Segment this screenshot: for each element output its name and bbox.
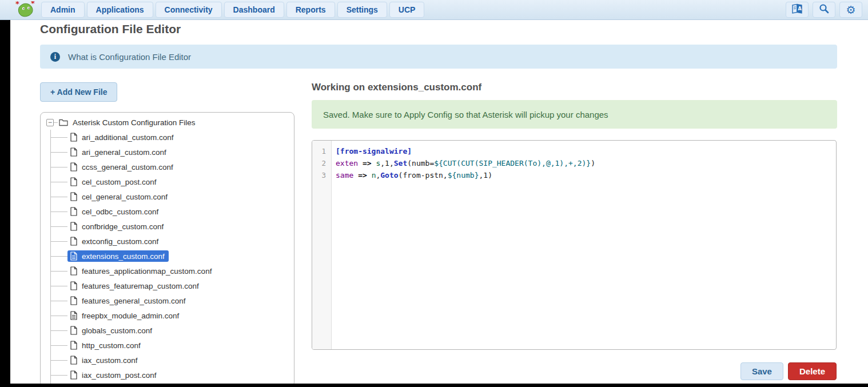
search-button[interactable] [813,2,835,18]
tree-items: ari_additional_custom.confari_general_cu… [41,130,294,387]
file-name: iax_custom_post.conf [82,371,157,380]
file-name: iax_custom.conf [82,356,138,365]
file-icon [70,252,82,261]
svg-text:*: * [15,1,19,8]
page-title: Configuration File Editor [40,22,181,36]
top-navbar: * * AdminApplicationsConnectivityDashboa… [0,0,868,20]
file-name: features_general_custom.conf [82,297,186,305]
working-on-heading: Working on extensions_custom.conf [312,82,481,93]
code-line: [from-signalwire] [336,145,836,157]
tree-file-features_featuremap_custom.conf[interactable]: features_featuremap_custom.conf [41,278,294,293]
navbar-right-buttons: A ⚙ [786,2,862,18]
collapse-toggle-icon[interactable]: − [46,119,54,126]
file-name: http_custom.conf [82,341,141,350]
tree-file-ari_general_custom.conf[interactable]: ari_general_custom.conf [41,145,294,159]
tree-file-cel_general_custom.conf[interactable]: cel_general_custom.conf [41,189,294,204]
file-name: globals_custom.conf [82,326,152,335]
file-icon [70,370,82,380]
file-name: cel_general_custom.conf [82,193,168,201]
file-icon [70,237,82,246]
file-name: cel_odbc_custom.conf [82,208,158,216]
line-number-gutter: 123 [312,141,332,349]
tree-file-ccss_general_custom.conf[interactable]: ccss_general_custom.conf [41,159,294,174]
file-icon [70,222,82,231]
saved-alert: Saved. Make sure to Apply Config so that… [312,100,837,129]
tree-file-cel_odbc_custom.conf[interactable]: cel_odbc_custom.conf [41,204,294,219]
file-icon [70,133,82,142]
line-number: 2 [312,157,331,169]
info-banner-label: What is Configuration File Editor [68,52,191,62]
tree-file-extensions_custom.conf[interactable]: extensions_custom.conf [41,249,294,264]
tree-file-confbridge_custom.conf[interactable]: confbridge_custom.conf [41,219,294,234]
tree-root-node[interactable]: − Asterisk Custom Configuration Files [41,115,294,130]
line-number: 1 [312,145,331,157]
nav-tab-connectivity[interactable]: Connectivity [156,2,222,18]
tree-file-iax_custom_post.conf[interactable]: iax_custom_post.conf [41,368,294,382]
add-new-file-button[interactable]: + Add New File [40,82,117,102]
language-button[interactable]: A [786,2,809,18]
line-number: 3 [312,169,331,181]
file-icon [70,207,82,216]
nav-tab-settings[interactable]: Settings [337,2,387,18]
code-line: same => n,Goto(from-pstn,${numb},1) [336,169,836,181]
file-name: confbridge_custom.conf [82,222,164,231]
file-icon [70,296,82,305]
file-icon [70,311,82,320]
nav-tab-admin[interactable]: Admin [41,2,85,18]
nav-tabs: AdminApplicationsConnectivityDashboardRe… [41,2,424,18]
tree-file-globals_custom.conf[interactable]: globals_custom.conf [41,323,294,338]
tree-file-features_applicationmap_custom.conf[interactable]: features_applicationmap_custom.conf [41,264,294,278]
file-icon [70,177,82,186]
svg-text:A: A [798,6,802,11]
file-name: ccss_general_custom.conf [82,163,173,171]
settings-button[interactable]: ⚙ [839,2,862,18]
file-icon [70,281,82,290]
language-icon: A [791,3,803,16]
folder-icon [59,118,68,126]
info-icon: i [50,52,60,62]
code-line: exten => s,1,Set(numb=${CUT(CUT(SIP_HEAD… [336,157,836,169]
nav-tab-reports[interactable]: Reports [286,2,335,18]
gear-icon: ⚙ [846,5,855,15]
left-black-bar [0,20,10,387]
file-icon [70,192,82,201]
delete-button[interactable]: Delete [788,362,837,380]
file-icon [70,341,82,350]
code-editor[interactable]: 123 [from-signalwire]exten => s,1,Set(nu… [312,140,837,350]
screen: * * AdminApplicationsConnectivityDashboa… [0,0,868,387]
tree-file-iax_custom.conf[interactable]: iax_custom.conf [41,353,294,368]
tree-file-ari_additional_custom.conf[interactable]: ari_additional_custom.conf [41,130,294,145]
file-name: extconfig_custom.conf [82,237,158,246]
freepbx-logo-icon[interactable]: * * [15,1,35,18]
bottom-black-bar [0,384,868,387]
tree-file-http_custom.conf[interactable]: http_custom.conf [41,338,294,353]
tree-file-features_general_custom.conf[interactable]: features_general_custom.conf [41,293,294,308]
nav-tab-ucp[interactable]: UCP [389,2,425,18]
save-button[interactable]: Save [740,362,783,380]
nav-tab-dashboard[interactable]: Dashboard [224,2,284,18]
editor-actions: Save Delete [312,362,837,380]
file-tree-panel: − Asterisk Custom Configuration Files ar… [40,112,294,387]
info-banner[interactable]: i What is Configuration File Editor [40,45,837,69]
file-name: features_applicationmap_custom.conf [82,267,212,276]
file-icon [70,147,82,157]
tree-file-cel_custom_post.conf[interactable]: cel_custom_post.conf [41,174,294,189]
file-name: cel_custom_post.conf [82,178,157,186]
file-icon [70,356,82,365]
tree-file-freepbx_module_admin.conf[interactable]: freepbx_module_admin.conf [41,308,294,323]
file-icon [70,266,82,276]
nav-tab-applications[interactable]: Applications [87,2,153,18]
file-name: ari_additional_custom.conf [82,133,174,142]
file-icon [70,326,82,335]
svg-text:*: * [31,1,35,7]
code-area[interactable]: [from-signalwire]exten => s,1,Set(numb=$… [332,141,836,349]
file-name: features_featuremap_custom.conf [82,282,199,290]
file-icon [70,162,82,171]
search-icon [819,3,829,16]
file-name: freepbx_module_admin.conf [82,312,179,320]
tree-file-extconfig_custom.conf[interactable]: extconfig_custom.conf [41,234,294,249]
tree-root-label: Asterisk Custom Configuration Files [73,118,196,127]
file-name: ari_general_custom.conf [82,148,166,157]
file-name: extensions_custom.conf [82,252,165,261]
